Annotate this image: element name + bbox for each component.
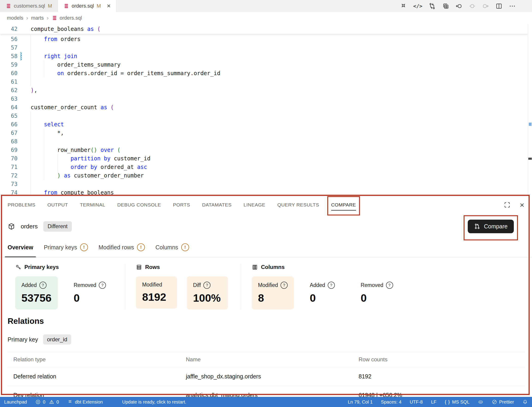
help-icon[interactable]: ?	[99, 282, 106, 289]
code-line: 73	[0, 180, 528, 188]
stat-group-columns: ColumnsModified?8Added?0Removed?0	[241, 264, 412, 310]
status-update-message[interactable]: Update is ready, click to restart.	[122, 399, 186, 405]
table-row: Dev relationanalytics.dbt_mwong.orders61…	[8, 386, 525, 397]
status-language-mode[interactable]: { } MS SQL	[445, 399, 469, 405]
line-number: 56	[0, 36, 17, 42]
db-icon	[6, 3, 12, 9]
code-icon[interactable]: </>	[413, 3, 422, 9]
panel-tab-output[interactable]: OUTPUT	[47, 202, 68, 208]
panel-tab-debug-console[interactable]: DEBUG CONSOLE	[117, 202, 161, 208]
status-problems[interactable]: 0 0	[35, 399, 59, 405]
modified-badge: M	[97, 3, 101, 9]
sub-tab-primary-keys[interactable]: Primary keys!	[44, 238, 88, 257]
panel-tab-ports[interactable]: PORTS	[173, 202, 190, 208]
breadcrumb-file[interactable]: orders.sql	[52, 15, 82, 21]
line-number: 62	[0, 87, 17, 94]
line-number: 67	[0, 130, 17, 136]
nav-forward-icon[interactable]	[482, 2, 489, 10]
help-icon[interactable]: ?	[328, 282, 335, 289]
bottom-panel: PROBLEMSOUTPUTTERMINALDEBUG CONSOLEPORTS…	[0, 195, 532, 397]
column-header: Relation type	[13, 356, 186, 363]
status-dbt-extension[interactable]: dbt Extension	[67, 399, 103, 405]
relation-type-cell: Dev relation	[13, 392, 186, 397]
editor-tab-orders-sql[interactable]: orders.sqlM×	[58, 0, 116, 12]
dbt-icon[interactable]	[400, 2, 407, 10]
maximize-panel-icon[interactable]	[504, 201, 511, 208]
table-copy-icon[interactable]	[442, 2, 449, 10]
db-icon	[63, 3, 69, 9]
stat-card-added: Added?0	[304, 276, 345, 310]
editor-tab-customers-sql[interactable]: customers.sqlM	[0, 0, 58, 12]
code-line: 64customer_order_count as (	[0, 103, 528, 111]
git-compare-icon	[474, 223, 480, 229]
panel-tab-problems[interactable]: PROBLEMS	[8, 202, 36, 208]
status-indentation[interactable]: Spaces: 4	[381, 399, 401, 405]
db-icon	[6, 3, 12, 9]
line-number: 73	[0, 181, 17, 187]
stat-card-modified: Modified?8	[252, 276, 294, 310]
compare-button-wrap: Compare	[468, 220, 514, 233]
breadcrumb[interactable]: models›marts›orders.sql	[0, 12, 532, 24]
line-number: 57	[0, 45, 17, 51]
stat-value: 53756	[21, 291, 52, 304]
vscode-window: customers.sqlMorders.sqlM× </> models›ma…	[0, 0, 532, 407]
panel-tab-terminal[interactable]: TERMINAL	[80, 202, 105, 208]
code-editor[interactable]: 42compute_booleans as ( 56 from orders57…	[0, 24, 532, 195]
stat-card-diff: Diff?100%	[187, 276, 228, 310]
breadcrumb-segment[interactable]: marts	[31, 15, 44, 21]
column-header: Row counts	[359, 356, 525, 363]
stat-card-modified: Modified8192	[136, 276, 177, 309]
relations-heading: Relations	[0, 310, 532, 326]
code-line: 68	[0, 137, 528, 146]
stat-value: 0	[74, 291, 106, 304]
nav-back-icon[interactable]	[455, 2, 463, 10]
primary-key-label: Primary key	[8, 336, 38, 343]
chevron-right-icon: ›	[26, 15, 28, 21]
panel-tab-lineage[interactable]: LINEAGE	[244, 202, 266, 208]
compare-model-header: orders Different Compare	[0, 215, 532, 238]
sub-tab-modified-rows[interactable]: Modified rows!	[99, 238, 145, 257]
status-formatter[interactable]: Prettier	[492, 399, 514, 405]
ruler-modified-marker	[529, 123, 532, 126]
code-line: 63	[0, 94, 528, 103]
tab-label: orders.sql	[72, 3, 94, 9]
code-line: 56 from orders	[0, 35, 528, 43]
overview-ruler[interactable]	[528, 24, 532, 195]
key-icon	[15, 264, 21, 270]
copilot-icon[interactable]	[478, 399, 483, 405]
compare-button[interactable]: Compare	[468, 220, 514, 233]
status-badge: Different	[43, 221, 72, 232]
breadcrumb-segment[interactable]: models	[7, 15, 23, 21]
close-panel-icon[interactable]: ×	[520, 201, 524, 209]
split-editor-icon[interactable]	[495, 2, 502, 10]
help-icon[interactable]: ?	[203, 282, 211, 289]
ruler-cursor-marker	[528, 158, 532, 160]
sub-tab-overview[interactable]: Overview	[8, 238, 33, 257]
notifications-bell-icon[interactable]	[522, 399, 528, 405]
more-actions-icon[interactable]	[509, 2, 516, 10]
code-line: 74 from compute_booleans	[0, 188, 528, 195]
code-line: 58 right join	[0, 52, 528, 60]
nav-circle-icon[interactable]	[469, 2, 476, 10]
help-icon[interactable]: ?	[39, 282, 46, 289]
status-eol[interactable]: LF	[431, 399, 436, 405]
code-line: 72 ) as customer_order_number	[0, 171, 528, 180]
dbt-icon	[67, 399, 73, 405]
git-compare-icon[interactable]	[429, 2, 436, 10]
panel-tab-query-results[interactable]: QUERY RESULTS	[277, 202, 319, 208]
help-icon[interactable]: ?	[386, 282, 393, 289]
status-encoding[interactable]: UTF-8	[410, 399, 423, 405]
status-bar: Launchpad 0 0 dbt Extension Update is re…	[0, 397, 532, 407]
primary-key-row: Primary key order_id	[0, 326, 532, 352]
panel-tab-compare[interactable]: COMPARE	[331, 202, 356, 208]
line-number: 69	[0, 147, 17, 153]
panel-actions: ×	[504, 201, 524, 209]
status-launchpad[interactable]: Launchpad	[4, 399, 27, 405]
panel-tab-datamates[interactable]: DATAMATES	[202, 202, 231, 208]
columns-icon	[252, 264, 258, 270]
close-tab-icon[interactable]: ×	[107, 3, 111, 9]
help-icon[interactable]: ?	[281, 282, 288, 289]
sub-tab-columns[interactable]: Columns!	[155, 238, 189, 257]
status-cursor-position[interactable]: Ln 79, Col 1	[348, 399, 373, 405]
line-number: 65	[0, 113, 17, 119]
